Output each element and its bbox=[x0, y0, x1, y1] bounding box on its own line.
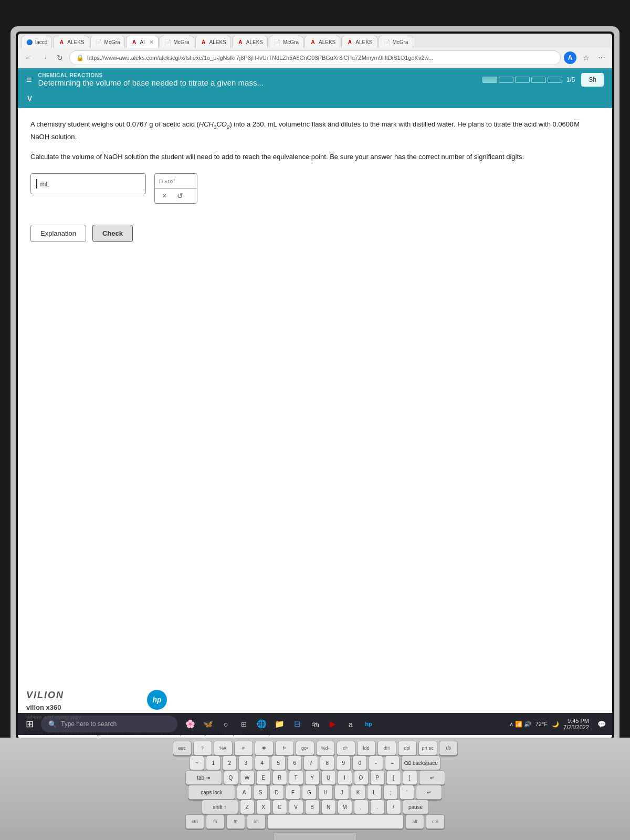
key-k[interactable]: K bbox=[351, 785, 365, 800]
taskbar-edge-button[interactable]: 🌐 bbox=[253, 716, 270, 732]
address-bar[interactable]: 🔒 https://www-awu.aleks.com/alekscgi/x/l… bbox=[69, 50, 561, 65]
key-v[interactable]: V bbox=[289, 800, 303, 814]
taskbar-media-button[interactable]: ▶ bbox=[324, 716, 341, 732]
key-z[interactable]: Z bbox=[240, 800, 255, 814]
key-windows[interactable]: ⊞ bbox=[226, 814, 245, 829]
taskbar-photo-button[interactable]: a bbox=[342, 716, 359, 732]
key-capslock[interactable]: caps lock bbox=[188, 785, 235, 800]
key-power[interactable]: ⏻ bbox=[439, 741, 458, 755]
key-quote[interactable]: ' bbox=[400, 785, 414, 800]
tab-aleks1[interactable]: A ALEKS bbox=[53, 36, 89, 48]
chevron-down-button[interactable]: ∨ bbox=[26, 92, 33, 104]
key-f7[interactable]: %d- bbox=[316, 741, 335, 755]
key-4[interactable]: 4 bbox=[255, 755, 269, 770]
key-6[interactable]: 6 bbox=[287, 755, 302, 770]
key-2[interactable]: 2 bbox=[222, 755, 237, 770]
key-f11[interactable]: dpl bbox=[398, 741, 417, 755]
key-f2[interactable]: %# bbox=[214, 741, 233, 755]
key-tab[interactable]: tab ⇥ bbox=[185, 770, 222, 785]
trackpad[interactable] bbox=[273, 832, 357, 840]
check-button[interactable]: Check bbox=[92, 225, 133, 242]
taskbar-folder-button[interactable]: 📁 bbox=[271, 716, 288, 732]
key-f4[interactable]: ✱ bbox=[255, 741, 274, 755]
key-m[interactable]: M bbox=[338, 800, 352, 814]
refresh-button[interactable]: ↻ bbox=[54, 51, 66, 64]
key-a[interactable]: A bbox=[237, 785, 251, 800]
star-button[interactable]: ☆ bbox=[580, 51, 592, 64]
key-shift-l[interactable]: shift ↑ bbox=[202, 800, 238, 814]
taskbar-hp-button[interactable]: hp bbox=[360, 716, 377, 732]
key-ctrl-r[interactable]: ctri bbox=[426, 814, 445, 829]
tab-mcgra2[interactable]: 📄 McGra bbox=[160, 36, 194, 48]
key-f9[interactable]: ldd bbox=[357, 741, 376, 755]
key-backtick[interactable]: ~ bbox=[190, 755, 204, 770]
tab-laccd[interactable]: 🔵 laccd bbox=[21, 36, 52, 48]
key-n[interactable]: N bbox=[321, 800, 336, 814]
key-semicolon[interactable]: ; bbox=[383, 785, 398, 800]
key-bracket-r[interactable]: ] bbox=[403, 770, 417, 785]
key-o[interactable]: O bbox=[354, 770, 369, 785]
key-i[interactable]: I bbox=[338, 770, 352, 785]
key-t[interactable]: T bbox=[289, 770, 303, 785]
key-backspace[interactable]: ⌫ backspace bbox=[401, 755, 440, 770]
key-period[interactable]: . bbox=[370, 800, 385, 814]
key-7[interactable]: 7 bbox=[303, 755, 318, 770]
key-l[interactable]: L bbox=[367, 785, 382, 800]
key-minus[interactable]: - bbox=[369, 755, 383, 770]
key-e[interactable]: E bbox=[256, 770, 271, 785]
tab-aleks3[interactable]: A ALEKS bbox=[232, 36, 268, 48]
tab-mcgra4[interactable]: 📄 McGra bbox=[379, 36, 413, 48]
taskbar-widget-button[interactable]: 🌸 bbox=[182, 716, 198, 732]
skip-button[interactable]: Sh bbox=[581, 73, 604, 87]
key-space[interactable] bbox=[267, 814, 404, 829]
key-alt-l[interactable]: alt bbox=[247, 814, 266, 829]
user-button[interactable]: A bbox=[564, 51, 576, 64]
tab-mcgra1[interactable]: 📄 McGra bbox=[90, 36, 125, 48]
back-button[interactable]: ← bbox=[22, 51, 35, 64]
clear-button[interactable]: × bbox=[161, 191, 167, 201]
key-enter2[interactable]: ↵ bbox=[416, 785, 442, 800]
key-equals[interactable]: = bbox=[385, 755, 400, 770]
key-u[interactable]: U bbox=[321, 770, 336, 785]
taskbar-search-button[interactable]: ○ bbox=[217, 716, 234, 732]
settings-button[interactable]: ⋯ bbox=[595, 51, 608, 64]
key-esc[interactable]: esc bbox=[173, 741, 192, 755]
key-ctrl-l[interactable]: ctri bbox=[185, 814, 204, 829]
key-y[interactable]: Y bbox=[305, 770, 320, 785]
key-s[interactable]: S bbox=[253, 785, 268, 800]
key-slash[interactable]: / bbox=[386, 800, 401, 814]
taskbar-windows-button[interactable]: ⊟ bbox=[289, 716, 306, 732]
key-c[interactable]: C bbox=[272, 800, 287, 814]
answer-input-box[interactable]: mL bbox=[30, 173, 146, 194]
key-pause[interactable]: pause bbox=[403, 800, 429, 814]
key-w[interactable]: W bbox=[240, 770, 255, 785]
key-r[interactable]: R bbox=[272, 770, 287, 785]
tab-aleks4[interactable]: A ALEKS bbox=[304, 36, 340, 48]
key-f3[interactable]: # bbox=[234, 741, 253, 755]
key-alt-r[interactable]: alt bbox=[405, 814, 424, 829]
key-9[interactable]: 9 bbox=[336, 755, 351, 770]
key-enter[interactable]: ↵ bbox=[419, 770, 445, 785]
key-3[interactable]: 3 bbox=[238, 755, 253, 770]
tab-mcgra3[interactable]: 📄 McGra bbox=[269, 36, 303, 48]
key-q[interactable]: Q bbox=[224, 770, 238, 785]
key-p[interactable]: P bbox=[370, 770, 385, 785]
taskbar-ai-button[interactable]: 🦋 bbox=[200, 716, 216, 732]
key-fn[interactable]: fn bbox=[206, 814, 225, 829]
hamburger-button[interactable]: ≡ bbox=[26, 75, 32, 86]
key-f8[interactable]: d+ bbox=[337, 741, 355, 755]
key-prtsc[interactable]: prt sc bbox=[418, 741, 437, 755]
explanation-button[interactable]: Explanation bbox=[30, 225, 86, 242]
key-d[interactable]: D bbox=[269, 785, 284, 800]
key-1[interactable]: 1 bbox=[206, 755, 220, 770]
forward-button[interactable]: → bbox=[38, 51, 50, 64]
key-h[interactable]: H bbox=[318, 785, 333, 800]
key-f6[interactable]: go• bbox=[296, 741, 314, 755]
key-g[interactable]: G bbox=[302, 785, 317, 800]
key-f5[interactable]: f• bbox=[275, 741, 294, 755]
key-f10[interactable]: dH bbox=[377, 741, 396, 755]
key-bracket-l[interactable]: [ bbox=[386, 770, 401, 785]
key-8[interactable]: 8 bbox=[320, 755, 334, 770]
taskbar-store-button[interactable]: 🛍 bbox=[307, 716, 323, 732]
key-x[interactable]: X bbox=[256, 800, 271, 814]
